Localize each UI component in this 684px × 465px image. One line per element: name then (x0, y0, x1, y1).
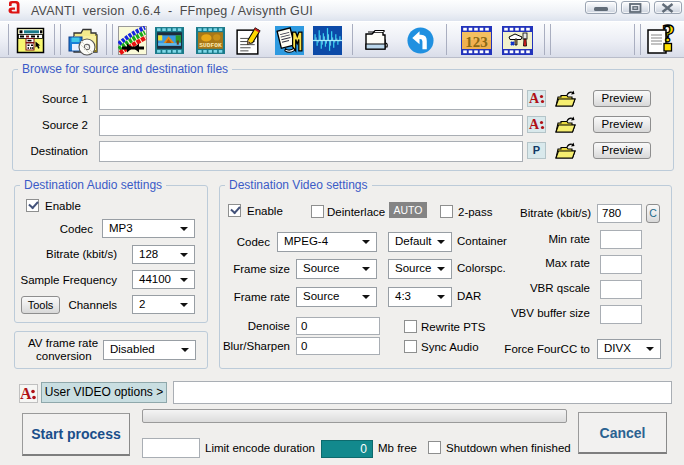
svg-text:123: 123 (465, 34, 488, 50)
svg-text:A: A (529, 91, 540, 106)
svg-text:A: A (529, 117, 540, 132)
svg-text:SUDFOK: SUDFOK (199, 42, 222, 49)
svg-text:A: A (20, 385, 32, 402)
